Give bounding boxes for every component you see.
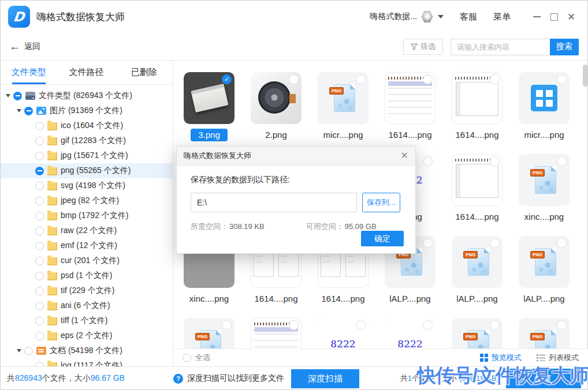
file-card[interactable] [251, 72, 302, 124]
file-card[interactable] [385, 72, 436, 124]
select-all-control[interactable]: 全选 [183, 352, 210, 363]
tree-item[interactable]: ani (6 个文件) [0, 298, 173, 313]
file-checkbox[interactable] [490, 320, 500, 330]
file-checkbox[interactable] [423, 238, 433, 248]
dialog-close-icon[interactable]: ✕ [401, 151, 408, 160]
tree-checkbox[interactable] [35, 197, 44, 205]
tree-checkbox[interactable] [13, 92, 22, 100]
file-card[interactable]: 8222 [385, 318, 436, 348]
file-checkbox[interactable] [289, 320, 299, 330]
file-checkbox[interactable] [490, 74, 500, 84]
file-card[interactable]: ✓ [184, 72, 235, 124]
tree-item[interactable]: raw (22 个文件) [0, 223, 173, 238]
search-button[interactable]: 搜索 [550, 39, 579, 55]
tab-file-path[interactable]: 文件路径 [58, 61, 116, 84]
tree-item[interactable]: psd (1 个文件) [0, 268, 173, 283]
tree-checkbox[interactable] [24, 347, 33, 355]
tree-item[interactable]: jpeg (82 个文件) [0, 193, 173, 208]
file-card[interactable] [452, 154, 503, 206]
tree-checkbox[interactable] [24, 107, 33, 115]
tab-deleted[interactable]: 已删除 [115, 61, 173, 84]
file-checkbox[interactable] [557, 320, 567, 330]
file-card[interactable] [519, 72, 570, 124]
deep-scan-button[interactable]: 深度扫描 [291, 369, 359, 388]
tree-item[interactable]: 文件类型 (826943 个文件) [0, 88, 173, 103]
file-checkbox[interactable] [490, 156, 500, 166]
preview-mode-button[interactable]: 预览模式 [480, 352, 522, 363]
file-checkbox[interactable] [557, 156, 567, 166]
tree-checkbox[interactable] [35, 332, 44, 340]
close-button[interactable]: ✕ [563, 8, 580, 25]
tree-checkbox[interactable] [35, 212, 44, 220]
file-card[interactable] [251, 318, 302, 348]
tree-item[interactable]: 图片 (91369 个文件) [0, 103, 173, 118]
tree-checkbox[interactable] [35, 362, 44, 367]
file-checkbox[interactable] [423, 320, 433, 330]
tree-item[interactable]: tif (229 个文件) [0, 283, 173, 298]
tree-item[interactable]: tiff (1 个文件) [0, 313, 173, 328]
file-checkbox[interactable] [289, 74, 299, 84]
file-card[interactable]: PNG [519, 318, 570, 348]
save-path-input[interactable] [191, 193, 357, 212]
filter-button[interactable]: 筛选 [403, 39, 443, 55]
caret-down-icon[interactable] [17, 109, 21, 112]
menu-link[interactable]: 菜单 [493, 12, 511, 22]
tab-file-type[interactable]: 文件类型 [0, 61, 58, 84]
file-checkbox[interactable] [423, 74, 433, 84]
file-card[interactable]: 8222 [318, 318, 369, 348]
tree-checkbox[interactable] [35, 287, 44, 295]
file-checkbox[interactable] [423, 156, 433, 166]
browse-button[interactable]: 保存到... [362, 193, 400, 212]
file-checkbox[interactable] [557, 238, 567, 248]
account-dropdown-icon[interactable] [438, 15, 444, 18]
tree-checkbox[interactable] [35, 122, 44, 130]
tree-checkbox[interactable] [35, 167, 44, 175]
tree-item[interactable]: eps (2 个文件) [0, 328, 173, 343]
maximize-button[interactable] [545, 8, 563, 25]
tree-checkbox[interactable] [35, 182, 44, 190]
file-card[interactable]: PNG [452, 318, 503, 348]
file-card[interactable]: PNG [318, 72, 369, 124]
file-card[interactable]: PNG [519, 236, 570, 288]
tree-checkbox[interactable] [35, 302, 44, 310]
file-checkbox[interactable] [356, 320, 366, 330]
file-checkbox[interactable] [490, 238, 500, 248]
minimize-button[interactable] [528, 8, 545, 25]
tree-checkbox[interactable] [35, 152, 44, 160]
tree-item[interactable]: gif (12283 个文件) [0, 133, 173, 148]
caret-down-icon[interactable] [17, 349, 21, 352]
tree-item[interactable]: log (1117 个文件) [0, 358, 173, 366]
file-card[interactable]: PNG [184, 318, 235, 348]
tree-checkbox[interactable] [35, 272, 44, 280]
tree-item[interactable]: jpg (15671 个文件) [0, 148, 173, 163]
list-mode-button[interactable]: 列表模式 [537, 352, 579, 363]
back-button[interactable]: ← 返回 [9, 40, 40, 53]
account-name[interactable]: 嗨格式数据... [370, 12, 417, 22]
file-card[interactable]: PNG [452, 236, 503, 288]
tree-checkbox[interactable] [35, 317, 44, 325]
customer-service-link[interactable]: 客服 [460, 12, 477, 22]
tree-item[interactable]: cur (201 个文件) [0, 253, 173, 268]
tree-item[interactable]: png (55265 个文件) [0, 163, 173, 178]
caret-down-icon[interactable] [6, 94, 10, 97]
select-all-checkbox[interactable] [183, 354, 191, 362]
file-card[interactable] [452, 72, 503, 124]
tree-item[interactable]: emf (12 个文件) [0, 238, 173, 253]
search-input[interactable] [451, 39, 550, 55]
file-checkbox[interactable]: ✓ [222, 74, 232, 84]
tree-checkbox[interactable] [35, 137, 44, 145]
tree-item[interactable]: svg (4198 个文件) [0, 178, 173, 193]
tree-item[interactable]: 文档 (54198 个文件) [0, 343, 173, 358]
tree-checkbox[interactable] [35, 242, 44, 250]
recover-button[interactable]: 恢复 [506, 369, 581, 388]
tree-item[interactable]: ico (1604 个文件) [0, 118, 173, 133]
file-card[interactable]: PNG [519, 154, 570, 206]
tree-checkbox[interactable] [35, 257, 44, 265]
file-checkbox[interactable] [222, 320, 232, 330]
confirm-button[interactable]: 确定 [361, 231, 404, 246]
tree-checkbox[interactable] [35, 227, 44, 235]
file-checkbox[interactable] [356, 74, 366, 84]
tree-item[interactable]: bmp (1792 个文件) [0, 208, 173, 223]
file-checkbox[interactable] [557, 74, 567, 84]
scrollbar-thumb[interactable] [583, 65, 587, 87]
